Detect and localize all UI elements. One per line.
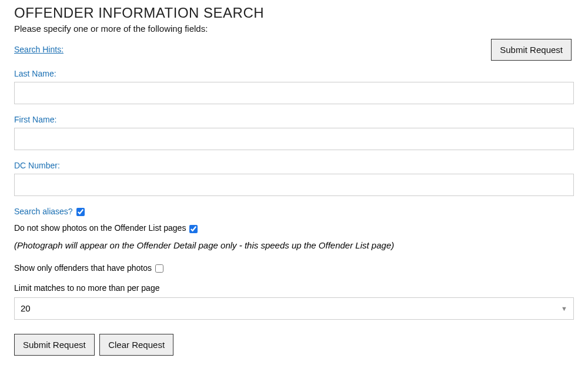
chevron-down-icon: ▼ bbox=[561, 305, 567, 312]
page-subtitle: Please specify one or more of the follow… bbox=[14, 24, 574, 34]
dc-number-input[interactable] bbox=[14, 174, 574, 196]
clear-request-button[interactable]: Clear Request bbox=[99, 334, 173, 356]
first-name-input[interactable] bbox=[14, 128, 574, 150]
submit-request-button[interactable]: Submit Request bbox=[14, 334, 95, 356]
only-photos-label: Show only offenders that have photos bbox=[14, 263, 152, 273]
limit-select-value: 20 bbox=[21, 303, 31, 313]
first-name-label: First Name: bbox=[14, 115, 574, 124]
submit-request-top-button[interactable]: Submit Request bbox=[491, 39, 572, 61]
page-title: OFFENDER INFORMATION SEARCH bbox=[14, 5, 574, 21]
no-photos-label: Do not show photos on the Offender List … bbox=[14, 223, 186, 233]
last-name-input[interactable] bbox=[14, 82, 574, 104]
limit-label: Limit matches to no more than per page bbox=[14, 283, 574, 293]
limit-select[interactable]: 20 ▼ bbox=[14, 297, 574, 320]
search-hints-link[interactable]: Search Hints: bbox=[14, 45, 64, 54]
search-aliases-checkbox[interactable] bbox=[76, 208, 85, 216]
only-photos-checkbox[interactable] bbox=[155, 264, 163, 273]
no-photos-checkbox[interactable] bbox=[189, 225, 198, 233]
last-name-label: Last Name: bbox=[14, 69, 574, 78]
search-aliases-label: Search aliases? bbox=[14, 207, 73, 216]
dc-number-label: DC Number: bbox=[14, 161, 574, 170]
photo-note: (Photograph will appear on the Offender … bbox=[14, 240, 574, 250]
